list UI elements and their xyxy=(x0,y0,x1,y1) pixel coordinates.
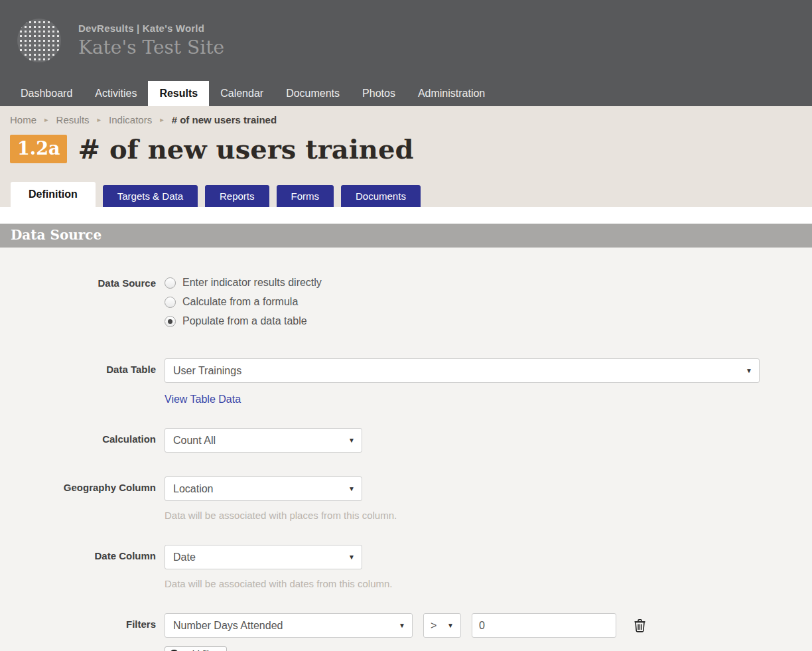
header: DevResults | Kate's World Kate's Test Si… xyxy=(0,0,812,81)
calculation-select-value: Count All xyxy=(173,435,216,447)
geography-help-text: Data will be associated with places from… xyxy=(165,510,397,521)
tab-reports[interactable]: Reports xyxy=(205,185,269,207)
date-select-value: Date xyxy=(173,551,196,563)
filter-column-select-value: Number Days Attended xyxy=(173,620,283,632)
radio-selected-icon[interactable] xyxy=(165,316,176,327)
filter-value-input[interactable] xyxy=(472,613,616,638)
data-table-label: Data Table xyxy=(0,358,156,405)
nav-item-dashboard[interactable]: Dashboard xyxy=(9,81,84,106)
radio-icon[interactable] xyxy=(165,277,176,289)
radio-icon[interactable] xyxy=(165,297,176,308)
view-table-data-link[interactable]: View Table Data xyxy=(165,394,241,405)
date-column-select[interactable]: Date ▼ xyxy=(165,545,362,569)
geography-select-value: Location xyxy=(173,483,214,495)
nav-item-photos[interactable]: Photos xyxy=(351,81,407,106)
breadcrumb-indicators[interactable]: Indicators xyxy=(109,114,152,125)
site-logo-icon[interactable] xyxy=(17,19,61,62)
data-table-select-value: User Trainings xyxy=(173,365,241,377)
section-header-data-source: Data Source xyxy=(0,224,812,248)
dropdown-arrow-icon: ▼ xyxy=(348,553,355,561)
dropdown-arrow-icon: ▼ xyxy=(746,367,752,374)
data-source-label: Data Source xyxy=(0,277,156,334)
nav-item-results[interactable]: Results xyxy=(148,81,209,106)
main-nav: Dashboard Activities Results Calendar Do… xyxy=(0,81,812,106)
tab-targets-data[interactable]: Targets & Data xyxy=(103,185,198,207)
radio-label: Enter indicator results directly xyxy=(182,277,322,289)
page-title: # of new users trained xyxy=(78,133,413,165)
geography-column-select[interactable]: Location ▼ xyxy=(165,476,362,501)
add-filter-button[interactable]: + Add filter xyxy=(165,646,227,651)
app-title: DevResults | Kate's World xyxy=(78,23,224,34)
radio-label: Calculate from a formula xyxy=(182,296,298,308)
nav-item-administration[interactable]: Administration xyxy=(407,81,496,106)
chevron-right-icon: ▸ xyxy=(98,115,102,124)
filter-operator-select[interactable]: > ▼ xyxy=(423,613,461,638)
filter-operator-value: > xyxy=(431,620,437,632)
tab-documents[interactable]: Documents xyxy=(341,185,421,207)
geography-column-label: Geography Column xyxy=(0,476,156,521)
nav-item-calendar[interactable]: Calendar xyxy=(209,81,275,106)
tab-forms[interactable]: Forms xyxy=(277,185,334,207)
content: Data Source Data Source Enter indicator … xyxy=(0,207,812,651)
date-column-label: Date Column xyxy=(0,545,156,589)
filters-label: Filters xyxy=(0,613,156,651)
chevron-right-icon: ▸ xyxy=(160,115,164,124)
indicator-code-badge: 1.2a xyxy=(10,135,67,163)
data-table-select[interactable]: User Trainings ▼ xyxy=(165,358,760,383)
masthead: DevResults | Kate's World Kate's Test Si… xyxy=(0,0,812,106)
title-band: Home ▸ Results ▸ Indicators ▸ # of new u… xyxy=(0,106,812,207)
breadcrumb-current: # of new users trained xyxy=(172,114,277,125)
dropdown-arrow-icon: ▼ xyxy=(348,485,355,492)
calculation-select[interactable]: Count All ▼ xyxy=(165,428,362,453)
tab-definition[interactable]: Definition xyxy=(11,182,96,207)
radio-label: Populate from a data table xyxy=(182,315,307,327)
delete-filter-button[interactable] xyxy=(634,618,646,632)
dropdown-arrow-icon: ▼ xyxy=(348,437,355,444)
dropdown-arrow-icon: ▼ xyxy=(399,622,405,629)
breadcrumb: Home ▸ Results ▸ Indicators ▸ # of new u… xyxy=(10,114,812,125)
data-source-form: Data Source Enter indicator results dire… xyxy=(0,248,812,651)
dropdown-arrow-icon: ▼ xyxy=(447,622,454,629)
radio-enter-directly[interactable]: Enter indicator results directly xyxy=(165,277,322,289)
date-help-text: Data will be associated with dates from … xyxy=(165,578,392,589)
site-title: Kate's Test Site xyxy=(78,36,224,58)
calculation-label: Calculation xyxy=(0,428,156,453)
filter-column-select[interactable]: Number Days Attended ▼ xyxy=(165,613,413,638)
radio-calculate-formula[interactable]: Calculate from a formula xyxy=(165,296,322,308)
trash-icon xyxy=(634,624,646,634)
nav-item-activities[interactable]: Activities xyxy=(84,81,148,106)
nav-item-documents[interactable]: Documents xyxy=(275,81,351,106)
chevron-right-icon: ▸ xyxy=(44,115,48,124)
breadcrumb-home[interactable]: Home xyxy=(10,114,36,125)
indicator-tabs: Definition Targets & Data Reports Forms … xyxy=(11,182,421,207)
breadcrumb-results[interactable]: Results xyxy=(56,114,90,125)
radio-populate-data-table[interactable]: Populate from a data table xyxy=(165,315,322,327)
